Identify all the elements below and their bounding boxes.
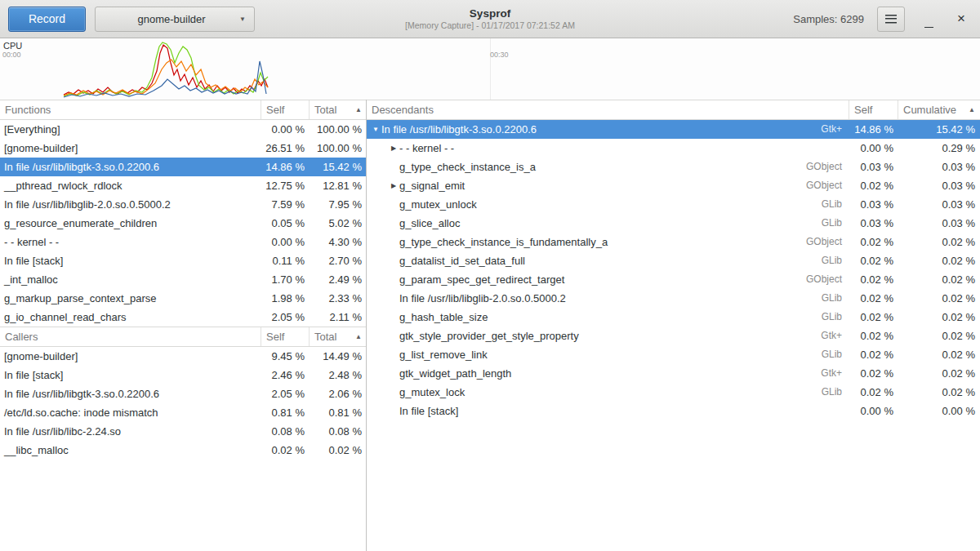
total-percent: 2.06 % bbox=[310, 384, 367, 403]
table-row[interactable]: In file /usr/lib/libglib-2.0.so.0.5000.2… bbox=[0, 195, 366, 214]
descendant-name-cell: gtk_style_provider_get_style_propertyGtk… bbox=[367, 327, 849, 345]
table-row[interactable]: ▶- - kernel - -0.00 %0.29 % bbox=[367, 139, 980, 158]
minimize-button[interactable] bbox=[918, 7, 939, 32]
library-category-label: GLib bbox=[822, 383, 849, 402]
self-percent: 0.02 % bbox=[849, 308, 898, 327]
descendant-name: gtk_style_provider_get_style_property bbox=[399, 327, 579, 345]
menu-button[interactable] bbox=[877, 7, 905, 32]
self-percent: 12.75 % bbox=[261, 176, 310, 195]
library-category-label: GObject bbox=[806, 233, 849, 251]
table-row[interactable]: In file [stack]0.00 %0.00 % bbox=[367, 402, 980, 420]
descendant-name-cell: g_type_check_instance_is_fundamentally_a… bbox=[367, 233, 849, 251]
self-percent: 14.86 % bbox=[849, 120, 898, 139]
table-row[interactable]: g_io_channel_read_chars2.05 %2.11 % bbox=[0, 308, 366, 327]
table-row[interactable]: g_param_spec_get_redirect_targetGObject0… bbox=[367, 270, 980, 289]
table-row[interactable]: - - kernel - -0.00 %4.30 % bbox=[0, 233, 366, 251]
cumulative-percent: 0.02 % bbox=[898, 364, 980, 383]
library-category-label: GLib bbox=[822, 345, 849, 364]
descendant-name-cell: gtk_widget_path_lengthGtk+ bbox=[367, 364, 849, 383]
table-row[interactable]: g_datalist_id_set_data_fullGLib0.02 %0.0… bbox=[367, 251, 980, 270]
column-header-total[interactable]: Total ▲ bbox=[310, 327, 367, 346]
table-row[interactable]: g_type_check_instance_is_fundamentally_a… bbox=[367, 233, 980, 251]
library-category-label: Gtk+ bbox=[821, 364, 849, 383]
descendant-name-cell: ▶- - kernel - - bbox=[367, 139, 849, 158]
process-selector-dropdown[interactable]: gnome-builder ▼ bbox=[95, 7, 255, 32]
cumulative-percent: 0.02 % bbox=[898, 251, 980, 270]
table-row[interactable]: In file [stack]2.46 %2.48 % bbox=[0, 366, 366, 384]
self-percent: 9.45 % bbox=[261, 347, 310, 366]
column-header-self[interactable]: Self bbox=[849, 100, 898, 119]
table-row[interactable]: [gnome-builder]9.45 %14.49 % bbox=[0, 347, 366, 366]
record-button[interactable]: Record bbox=[8, 7, 86, 32]
table-row[interactable]: ▼In file /usr/lib/libgtk-3.so.0.2200.6Gt… bbox=[367, 120, 980, 139]
total-percent: 2.33 % bbox=[310, 289, 367, 308]
descendants-panel: Descendants Self Cumulative ▲ ▼In file /… bbox=[367, 100, 980, 551]
table-row[interactable]: g_mutex_unlockGLib0.03 %0.03 % bbox=[367, 195, 980, 214]
total-percent: 0.08 % bbox=[310, 422, 367, 441]
expander-spacer bbox=[388, 195, 399, 214]
expander-closed-icon[interactable]: ▶ bbox=[388, 176, 399, 195]
column-header-callers[interactable]: Callers bbox=[0, 327, 261, 346]
self-percent: 0.02 % bbox=[849, 345, 898, 364]
table-row[interactable]: g_resource_enumerate_children0.05 %5.02 … bbox=[0, 214, 366, 233]
self-percent: 0.02 % bbox=[849, 176, 898, 195]
column-header-descendants[interactable]: Descendants bbox=[367, 100, 849, 119]
function-name: In file [stack] bbox=[0, 251, 261, 270]
table-row[interactable]: ▶g_signal_emitGObject0.02 %0.03 % bbox=[367, 176, 980, 195]
table-row[interactable]: gtk_widget_path_lengthGtk+0.02 %0.02 % bbox=[367, 364, 980, 383]
table-row[interactable]: g_list_remove_linkGLib0.02 %0.02 % bbox=[367, 345, 980, 364]
column-header-label: Functions bbox=[5, 100, 51, 119]
cumulative-percent: 0.03 % bbox=[898, 176, 980, 195]
cpu-timeline-graph[interactable]: CPU 00:00 00:30 bbox=[0, 38, 980, 100]
table-row[interactable]: g_mutex_lockGLib0.02 %0.02 % bbox=[367, 383, 980, 402]
table-row[interactable]: In file /usr/lib/libgtk-3.so.0.2200.62.0… bbox=[0, 384, 366, 403]
right-panel-empty-area bbox=[367, 420, 980, 551]
descendants-rows: ▼In file /usr/lib/libgtk-3.so.0.2200.6Gt… bbox=[367, 120, 980, 420]
library-category-label: GLib bbox=[822, 195, 849, 214]
functions-table-header: Functions Self Total ▲ bbox=[0, 100, 366, 120]
column-header-total[interactable]: Total ▲ bbox=[310, 100, 367, 119]
caller-name: /etc/ld.so.cache: inode mismatch bbox=[0, 403, 261, 422]
table-row[interactable]: g_slice_allocGLib0.03 %0.03 % bbox=[367, 214, 980, 233]
expander-spacer bbox=[388, 251, 399, 270]
descendant-name: g_mutex_unlock bbox=[399, 195, 477, 214]
table-row[interactable]: In file /usr/lib/libgtk-3.so.0.2200.614.… bbox=[0, 158, 366, 176]
self-percent: 0.81 % bbox=[261, 403, 310, 422]
cumulative-percent: 0.03 % bbox=[898, 214, 980, 233]
descendant-name-cell: g_type_check_instance_is_aGObject bbox=[367, 158, 849, 176]
library-category-label: Gtk+ bbox=[821, 120, 849, 139]
table-row[interactable]: In file /usr/lib/libglib-2.0.so.0.5000.2… bbox=[367, 289, 980, 308]
cumulative-percent: 0.02 % bbox=[898, 289, 980, 308]
column-header-functions[interactable]: Functions bbox=[0, 100, 261, 119]
column-header-cumulative[interactable]: Cumulative ▲ bbox=[898, 100, 980, 119]
total-percent: 12.81 % bbox=[310, 176, 367, 195]
descendant-name: g_type_check_instance_is_fundamentally_a bbox=[399, 233, 608, 251]
functions-rows: [Everything]0.00 %100.00 %[gnome-builder… bbox=[0, 120, 366, 327]
table-row[interactable]: [gnome-builder]26.51 %100.00 % bbox=[0, 139, 366, 158]
total-percent: 5.02 % bbox=[310, 214, 367, 233]
table-row[interactable]: /etc/ld.so.cache: inode mismatch0.81 %0.… bbox=[0, 403, 366, 422]
caller-name: In file /usr/lib/libc-2.24.so bbox=[0, 422, 261, 441]
cpu-line-orange bbox=[64, 60, 268, 96]
table-row[interactable]: In file [stack]0.11 %2.70 % bbox=[0, 251, 366, 270]
table-row[interactable]: gtk_style_provider_get_style_propertyGtk… bbox=[367, 327, 980, 345]
sort-indicator-icon: ▲ bbox=[350, 100, 362, 119]
expander-closed-icon[interactable]: ▶ bbox=[388, 139, 399, 158]
library-category-label: GObject bbox=[806, 158, 849, 176]
table-row[interactable]: _int_malloc1.70 %2.49 % bbox=[0, 270, 366, 289]
table-row[interactable]: __pthread_rwlock_rdlock12.75 %12.81 % bbox=[0, 176, 366, 195]
library-category-label: Gtk+ bbox=[821, 327, 849, 345]
table-row[interactable]: g_hash_table_sizeGLib0.02 %0.02 % bbox=[367, 308, 980, 327]
table-row[interactable]: g_markup_parse_context_parse1.98 %2.33 % bbox=[0, 289, 366, 308]
column-header-self[interactable]: Self bbox=[261, 100, 310, 119]
table-row[interactable]: __libc_malloc0.02 %0.02 % bbox=[0, 441, 366, 460]
column-header-self[interactable]: Self bbox=[261, 327, 310, 346]
cumulative-percent: 0.02 % bbox=[898, 308, 980, 327]
table-row[interactable]: In file /usr/lib/libc-2.24.so0.08 %0.08 … bbox=[0, 422, 366, 441]
table-row[interactable]: g_type_check_instance_is_aGObject0.03 %0… bbox=[367, 158, 980, 176]
close-icon: × bbox=[957, 11, 965, 26]
close-button[interactable]: × bbox=[951, 7, 972, 32]
expander-open-icon[interactable]: ▼ bbox=[370, 120, 381, 139]
function-name: __pthread_rwlock_rdlock bbox=[0, 176, 261, 195]
table-row[interactable]: [Everything]0.00 %100.00 % bbox=[0, 120, 366, 139]
